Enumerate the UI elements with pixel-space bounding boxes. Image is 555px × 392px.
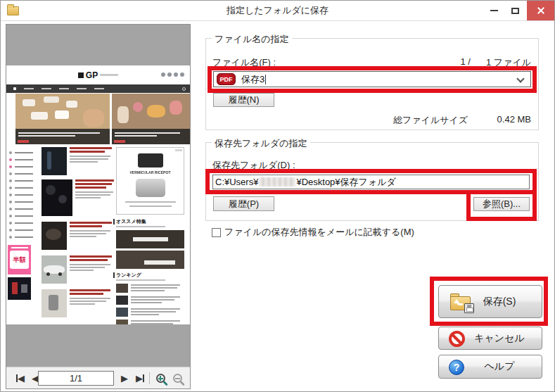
save-dialog-window: 指定したフォルダに保存 GP xyxy=(0,0,555,392)
pdf-page-preview: GP xyxy=(6,65,190,324)
hero-image-left xyxy=(15,94,110,144)
cancel-button[interactable]: キャンセル xyxy=(438,327,542,350)
zoom-out-icon xyxy=(173,374,182,383)
social-icons xyxy=(161,72,184,77)
save-button-label: 保存(S) xyxy=(483,296,516,308)
mail-checkbox[interactable] xyxy=(212,228,221,237)
recommend-thumb xyxy=(116,251,184,269)
ranking-header: ランキング xyxy=(116,272,184,281)
total-size-label: 総ファイルサイズ xyxy=(393,114,468,127)
preview-site-navbar xyxy=(6,84,190,93)
article-row xyxy=(42,179,114,219)
folder-groupbox-legend: 保存先フォルダの指定 xyxy=(212,137,310,150)
zoom-in-button[interactable] xyxy=(153,371,167,386)
maximize-icon xyxy=(511,8,519,14)
hero-image-right xyxy=(112,94,190,144)
cancel-button-label: キャンセル xyxy=(474,332,525,345)
question-mark-icon: ? xyxy=(449,360,464,375)
file-counter-current: 1 / xyxy=(444,56,471,67)
article-row xyxy=(42,255,114,286)
site-tagline-placeholder xyxy=(100,74,118,76)
ranking-row xyxy=(116,284,184,294)
ad-box: VERMICULAR RICEPOT xyxy=(116,147,184,215)
save-folder-icon xyxy=(450,291,476,313)
folder-label: 保存先フォルダ(D) : xyxy=(212,159,295,172)
mail-checkbox-row: ファイルの保存先情報をメールに記載する(M) xyxy=(212,226,414,239)
close-button[interactable] xyxy=(527,1,554,20)
file-counter-total: 1 ファイル xyxy=(486,56,531,69)
mail-checkbox-label: ファイルの保存先情報をメールに記載する(M) xyxy=(224,226,414,239)
file-name-combobox[interactable]: PDF 保存3 xyxy=(213,71,531,87)
recommend-header: オススメ特集 xyxy=(116,219,184,227)
page-indicator[interactable]: 1/1 xyxy=(38,371,114,386)
minimize-icon xyxy=(490,10,498,11)
window-title: 指定したフォルダに保存 xyxy=(1,1,554,21)
title-bar: 指定したフォルダに保存 xyxy=(1,1,554,21)
save-button[interactable]: 保存(S) xyxy=(438,285,542,318)
text-caret xyxy=(265,75,266,84)
prohibition-icon xyxy=(449,331,465,347)
article-row xyxy=(42,147,114,178)
next-page-button[interactable]: ▶ xyxy=(119,371,130,386)
file-name-label: ファイル名(F) : xyxy=(212,56,276,69)
zoom-in-icon xyxy=(156,374,165,383)
preview-sidebar-menu xyxy=(8,150,40,241)
file-name-value: 保存3 xyxy=(241,73,264,86)
zoom-out-button[interactable] xyxy=(170,371,184,386)
site-logo-mark xyxy=(78,72,84,78)
file-history-button[interactable]: 履歴(N) xyxy=(213,93,274,107)
first-page-button[interactable]: ◀ xyxy=(13,371,27,386)
site-logo-text: GP xyxy=(86,70,98,80)
document-preview-panel: GP xyxy=(6,24,191,389)
ad-brand-text: VERMICULAR RICEPOT xyxy=(122,170,179,174)
recommend-thumb xyxy=(116,230,184,248)
minimize-button[interactable] xyxy=(483,1,504,20)
total-size-value: 0.42 MB xyxy=(486,114,531,125)
help-button[interactable]: ? ヘルプ xyxy=(438,355,542,379)
path-suffix: ¥Desktop¥保存フォルダ xyxy=(296,176,395,189)
maximize-button[interactable] xyxy=(504,1,525,20)
blurred-username xyxy=(259,177,295,186)
nav-divider xyxy=(149,372,150,384)
article-row xyxy=(42,289,114,320)
ranking-row xyxy=(116,320,184,324)
help-button-label: ヘルプ xyxy=(485,360,515,373)
folder-path-input[interactable]: C:¥Users¥ ¥Desktop¥保存フォルダ xyxy=(212,175,530,189)
promo-badge xyxy=(8,277,31,300)
folder-history-button[interactable]: 履歴(P) xyxy=(213,196,274,211)
ranking-row xyxy=(116,308,184,318)
preview-nav-bar: ◀ ◀ 1/1 ▶ ▶ xyxy=(6,367,190,388)
chevron-down-icon[interactable] xyxy=(516,75,524,82)
preview-site-header: GP xyxy=(6,65,190,84)
browse-button[interactable]: 参照(B)... xyxy=(473,197,530,211)
pdf-icon: PDF xyxy=(217,73,236,85)
article-row xyxy=(42,222,114,253)
path-prefix: C:¥Users¥ xyxy=(215,177,258,187)
sale-badge: 半額 xyxy=(8,245,31,274)
file-groupbox-legend: ファイル名の指定 xyxy=(212,33,292,46)
last-page-button[interactable]: ▶ xyxy=(133,371,147,386)
ranking-row xyxy=(116,296,184,306)
close-icon xyxy=(537,6,545,15)
